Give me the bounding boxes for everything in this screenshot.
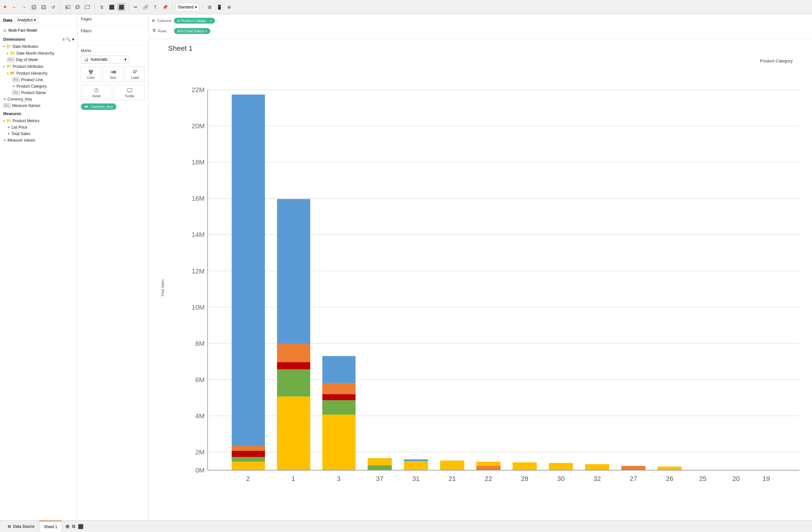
svg-rect-31 [154, 19, 155, 21]
chart-title: Sheet 1 [149, 39, 812, 55]
sidebar-item-date-attrs[interactable]: ▾ 📁 Date Attributes [0, 43, 77, 50]
sort-desc-button[interactable]: ⬛ [117, 3, 125, 11]
marks-section: Marks 📊 Automatic ▾ Color [77, 46, 148, 520]
duplicate-sheet-icon[interactable]: ⧉ [72, 523, 75, 529]
app-logo: ✦ [3, 3, 8, 11]
model-name: Multi-Fact Model [9, 28, 37, 33]
sidebar-item-product-metrics[interactable]: ▾ 📁 Product Metrics [0, 117, 77, 124]
svg-rect-85 [477, 466, 501, 470]
marks-buttons: Color Size Label [81, 66, 145, 82]
save-as-button[interactable]: + [40, 3, 47, 11]
pin-button[interactable]: 📌 [161, 3, 169, 11]
svg-rect-64 [277, 397, 310, 470]
grid-view-icon[interactable]: ≡ [62, 37, 64, 42]
svg-rect-71 [322, 400, 356, 415]
toolbar-sep-5 [202, 3, 203, 11]
svg-text:37: 37 [376, 475, 383, 482]
toolbar: ✦ ← → + ↺ ▦ ✕ ⇅ ⬛ ⬛ ✏ 🔗 T 📌 Standard ▾ ⊞… [0, 0, 812, 14]
columns-pill[interactable]: ⊞ Product Catego... ▾ [174, 18, 215, 24]
device-button[interactable]: 📱 [216, 3, 223, 11]
sort-asc-button[interactable]: ⬛ [108, 3, 115, 11]
new-sheet-button[interactable]: ▦ [64, 3, 72, 11]
chevron-icon: ▾ [7, 72, 9, 75]
duplicate-sheet-button[interactable] [74, 3, 82, 11]
model-row: ⊞ Multi-Fact Model [0, 26, 77, 34]
hash-icon: ✦ [7, 125, 10, 130]
svg-rect-67 [277, 344, 310, 362]
sheet1-tab[interactable]: Sheet 1 [40, 521, 62, 532]
standard-dropdown[interactable]: Standard ▾ [175, 3, 199, 11]
sidebar-item-product-attributes[interactable]: ▾ 📁 Product Attributes [0, 63, 77, 70]
data-tab[interactable]: Data [3, 18, 12, 23]
share-button[interactable]: ⊕ [225, 3, 233, 11]
status-icons: ⊕ ⧉ ⬛ [62, 523, 87, 529]
sidebar-item-total-sales[interactable]: ✦ Total Sales [0, 131, 77, 137]
label-button[interactable]: Label [125, 66, 145, 82]
save-button[interactable] [30, 3, 38, 11]
text-button[interactable]: T [151, 3, 159, 11]
marks-label: Marks [81, 48, 145, 53]
swap-button[interactable]: ⇅ [98, 3, 106, 11]
chart-container: Product Category Total Sales [149, 55, 812, 520]
folder-icon: 📁 [6, 44, 11, 49]
marks-type-dropdown[interactable]: 📊 Automatic ▾ [81, 56, 129, 63]
fit-button[interactable]: ⊞ [206, 3, 214, 11]
chart-svg: 22M 20M 18M 16M 14M 12M 10M 8M 6M 4M 2M … [171, 59, 806, 507]
sidebar-item-currency-key[interactable]: ✦ Currency_Key [0, 96, 77, 102]
sidebar-item-measure-values[interactable]: ✦ Measure Values [0, 137, 77, 144]
rows-shelf-label: Rows [152, 29, 171, 33]
dimensions-section-label: Dimensions ≡ 🔍 ▾ [0, 34, 77, 43]
svg-text:26: 26 [666, 475, 673, 482]
pages-section: Pages [77, 14, 148, 26]
data-source-tab[interactable]: ⊞ Data Source [3, 521, 40, 532]
expand-icon[interactable]: ▾ [72, 37, 74, 42]
undo-button[interactable]: ↺ [49, 3, 57, 11]
sidebar-item-day-of-week[interactable]: Abc Day of Week [0, 57, 77, 63]
filters-section: Filters [77, 26, 148, 46]
color-button[interactable]: Color [81, 66, 101, 82]
sidebar-item-product-hierarchy[interactable]: ▾ 📂 Product Hierarchy [0, 70, 77, 77]
clear-sheet-button[interactable]: ✕ [83, 3, 91, 11]
svg-rect-95 [657, 467, 682, 470]
back-button[interactable]: ← [11, 3, 18, 11]
svg-rect-89 [549, 463, 573, 470]
link-button[interactable]: 🔗 [142, 3, 149, 11]
size-button[interactable]: Size [103, 66, 123, 82]
detail-button[interactable]: Detail [81, 85, 112, 100]
svg-rect-79 [404, 461, 428, 470]
svg-text:16M: 16M [192, 195, 205, 202]
chevron-icon: ▾ [3, 65, 5, 68]
chevron-icon: ▾ [3, 119, 5, 122]
svg-text:3: 3 [337, 475, 340, 482]
currency-key-pill[interactable]: Currency_Key [81, 103, 116, 110]
folder-open-icon: 📂 [10, 71, 15, 76]
annotation-button[interactable]: ✏ [132, 3, 140, 11]
filters-label: Filters [81, 29, 145, 33]
sidebar-item-product-name[interactable]: Abc Product Name [0, 90, 77, 96]
measures-section-label: Measures [0, 109, 77, 117]
arrange-icon[interactable]: ⬛ [78, 524, 83, 529]
analytics-tab[interactable]: Analytics ▾ [14, 17, 39, 23]
svg-rect-30 [152, 19, 154, 21]
search-icon[interactable]: 🔍 [66, 37, 71, 42]
rows-pill[interactable]: AVG(Total Sales) ▾ [174, 28, 211, 34]
sidebar-item-product-category[interactable]: ✦ Product Category [0, 83, 77, 90]
sidebar-item-product-line[interactable]: Abc Product Line [0, 77, 77, 83]
svg-text:14M: 14M [192, 231, 205, 238]
svg-text:27: 27 [630, 475, 637, 482]
svg-text:25: 25 [699, 475, 707, 482]
sidebar-item-date-month-hierarchy[interactable]: ▸ 📁 Date Month Hierarchy [0, 50, 77, 57]
svg-text:4M: 4M [195, 412, 205, 419]
sidebar-item-measure-names[interactable]: Abc Measure Names [0, 102, 77, 109]
folder-icon: 📁 [6, 118, 11, 123]
sidebar-item-list-price[interactable]: ✦ List Price [0, 124, 77, 131]
svg-rect-74 [322, 356, 356, 383]
svg-rect-58 [232, 95, 265, 460]
toolbar-sep-1 [60, 3, 61, 11]
svg-rect-32 [153, 29, 156, 30]
add-sheet-icon[interactable]: ⊕ [65, 523, 70, 529]
tooltip-button[interactable]: Tooltip [114, 85, 145, 100]
forward-button[interactable]: → [20, 3, 28, 11]
toolbar-sep-4 [172, 3, 172, 11]
svg-rect-87 [513, 462, 537, 470]
